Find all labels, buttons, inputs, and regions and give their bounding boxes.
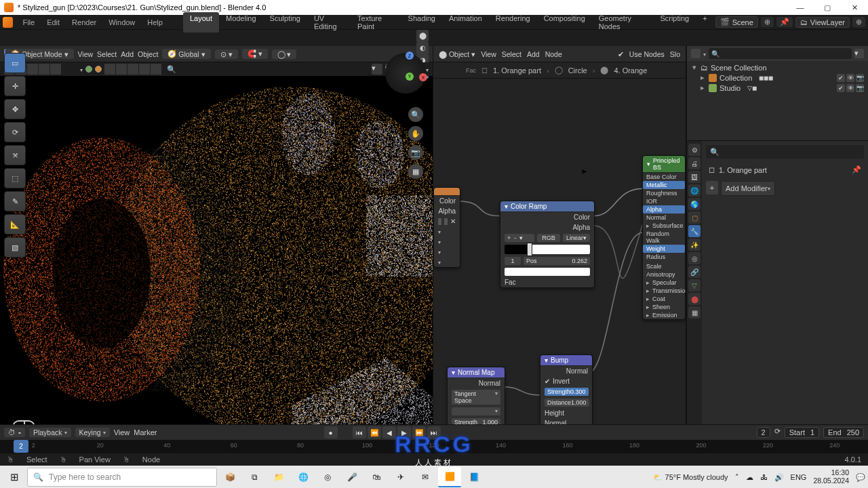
bsdf-row[interactable]: Scale	[643, 262, 685, 270]
node-node[interactable]: Node	[545, 50, 562, 58]
collection-dot-2[interactable]	[95, 66, 102, 73]
bsdf-row[interactable]: Metallic	[643, 181, 685, 189]
tool-measure[interactable]: 📐	[4, 214, 26, 235]
node-image-texture[interactable]: Color Alpha ✕	[433, 187, 460, 268]
menu-edit[interactable]: Edit	[41, 17, 65, 28]
bsdf-row[interactable]: Alpha	[643, 205, 685, 214]
app-edge[interactable]: 🌐	[292, 467, 315, 487]
key-next[interactable]: ⏩	[412, 426, 426, 439]
ptab-particles[interactable]: ✨	[688, 239, 701, 251]
tray-lang[interactable]: ENG	[791, 473, 807, 481]
app-taskview[interactable]: ⧉	[243, 467, 266, 487]
viewlayer-new[interactable]: ⊕	[852, 17, 865, 27]
tool-annotate[interactable]: ✎	[4, 191, 26, 211]
window-maximize[interactable]: ▢	[814, 0, 841, 15]
app-explorer[interactable]: 📁	[267, 467, 290, 487]
windows-taskbar[interactable]: ⊞ 🔍 Type here to search 📦 ⧉ 📁 🌐 ◎ 🎤 🛍 ✈ …	[0, 466, 868, 488]
bsdf-row[interactable]: Weight	[643, 245, 685, 253]
bsdf-row[interactable]: Roughness	[643, 189, 685, 197]
vp-menu-view[interactable]: View	[78, 50, 94, 58]
outliner-type-icon[interactable]	[691, 49, 701, 58]
menu-file[interactable]: File	[17, 17, 40, 28]
vp-menu-add[interactable]: Add	[121, 50, 134, 58]
workspace-texturepaint[interactable]: Texture Paint	[351, 12, 401, 33]
nav-pan[interactable]: ✋	[408, 126, 423, 141]
collection-dot-1[interactable]	[85, 66, 92, 73]
workspace-uvediting[interactable]: UV Editing	[307, 12, 351, 33]
snap[interactable]: 🧲 ▾	[242, 49, 268, 59]
ptab-texture[interactable]: ▦	[688, 306, 701, 319]
bsdf-row[interactable]: IOR	[643, 197, 685, 205]
tl-marker[interactable]: Marker	[134, 428, 157, 436]
display[interactable]	[80, 65, 83, 73]
bsdf-row[interactable]: ▸ Coat	[643, 295, 685, 303]
tool-rotate[interactable]: ⟳	[4, 122, 26, 142]
play-rev[interactable]: ◀	[382, 426, 396, 439]
jump-end[interactable]: ⏭	[427, 426, 441, 439]
outliner-search[interactable]: 🔍	[709, 48, 852, 59]
bsdf-row[interactable]: Normal	[643, 214, 685, 222]
bsdf-row[interactable]: Random Walk	[643, 230, 685, 245]
viewport-3d[interactable]: 📦 Object Mode ▾ View Select Add Object 🧭…	[0, 46, 433, 457]
frame-current[interactable]: 2	[757, 427, 770, 438]
node-bump[interactable]: ▾Bump Normal ✔Invert Strength0.300 Dista…	[540, 354, 593, 429]
taskbar-search[interactable]: 🔍 Type here to search	[27, 468, 217, 487]
key-prev[interactable]: ⏪	[368, 426, 381, 439]
crumb-mesh[interactable]: Circle	[568, 66, 587, 75]
bump-invert[interactable]: ✔	[545, 378, 550, 385]
transform-orientation[interactable]: 🧭 Global ▾	[162, 49, 210, 59]
workspace-sculpting[interactable]: Sculpting	[263, 12, 307, 33]
pivot[interactable]: ⊙ ▾	[215, 49, 238, 59]
timeline-editor[interactable]: ⏱ ▾ Playback Keying View Marker ● ⏮ ⏪ ◀ …	[0, 424, 868, 453]
color-ramp-swatch[interactable]	[505, 268, 590, 276]
workspace-geonodes[interactable]: Geometry Nodes	[592, 12, 654, 33]
ptab-mesh[interactable]: ▽	[688, 279, 701, 291]
jump-start[interactable]: ⏮	[353, 426, 366, 439]
scene-new[interactable]: ⊕	[761, 17, 774, 27]
tl-playback[interactable]: Playback	[29, 428, 71, 437]
ptab-world[interactable]: 🌎	[688, 198, 701, 210]
ptab-render[interactable]: ⚙	[688, 144, 701, 156]
outliner[interactable]: 🔍 ▾ ▾🗂Scene Collection ▸Collection ◼◼◼ ✔…	[687, 46, 868, 141]
weather[interactable]: ⛅ 75°F Mostly cloudy	[653, 473, 728, 482]
vp-menu-select[interactable]: Select	[97, 50, 117, 58]
tray-net[interactable]: 🖧	[760, 473, 768, 481]
workspace-compositing[interactable]: Compositing	[537, 12, 592, 33]
tray-notifications[interactable]: 💬	[856, 473, 865, 482]
ptab-physics[interactable]: ◎	[688, 252, 701, 264]
ptab-scene[interactable]: 🌐	[688, 184, 701, 197]
tool-cursor[interactable]: ✛	[4, 76, 26, 96]
color-ramp-gradient[interactable]	[505, 245, 590, 254]
properties-search[interactable]: 🔍	[706, 145, 864, 159]
workspace-layout[interactable]: Layout	[183, 12, 219, 33]
ptab-object[interactable]: ▢	[688, 211, 701, 224]
nav-zoom[interactable]: 🔍	[408, 107, 423, 122]
tool-select-box[interactable]: ▭	[4, 53, 26, 73]
workspace-rendering[interactable]: Rendering	[489, 12, 537, 33]
node-add[interactable]: Add	[527, 50, 540, 58]
autokey[interactable]: ●	[324, 426, 338, 439]
timeline-icon[interactable]: ⏱ ▾	[4, 428, 25, 437]
bsdf-row[interactable]: ▸ Specular	[643, 279, 685, 287]
ptab-viewlayer[interactable]: 🖼	[688, 171, 701, 183]
proportional[interactable]: ◯ ▾	[272, 49, 297, 59]
frame-sync[interactable]: ⟳	[774, 427, 781, 438]
ptab-material[interactable]: ⬤	[688, 293, 701, 305]
workspace-modeling[interactable]: Modeling	[219, 12, 263, 33]
bsdf-row[interactable]: Base Color	[643, 173, 685, 181]
app-chrome[interactable]: ◎	[316, 467, 339, 487]
add-modifier-plus[interactable]: +	[706, 181, 718, 195]
crumb-object[interactable]: 1. Orange part	[493, 66, 541, 75]
node-select[interactable]: Select	[502, 50, 521, 58]
nav-camera[interactable]: 📷	[408, 145, 423, 160]
app-mail[interactable]: ✉	[414, 467, 437, 487]
tray-sound[interactable]: 🔊	[774, 473, 784, 482]
app-blender[interactable]: 🟧	[438, 467, 461, 487]
tray-up[interactable]: ˄	[735, 473, 739, 482]
menu-window[interactable]: Window	[103, 17, 140, 28]
bsdf-row[interactable]: ▸ Sheen	[643, 303, 685, 311]
app-notes[interactable]: 📘	[462, 467, 486, 487]
frame-end[interactable]: End250	[823, 427, 864, 438]
node-principled-bsdf[interactable]: ▾Principled BS Base ColorMetallicRoughne…	[642, 155, 686, 320]
ptab-constraints[interactable]: 🔗	[688, 266, 701, 278]
